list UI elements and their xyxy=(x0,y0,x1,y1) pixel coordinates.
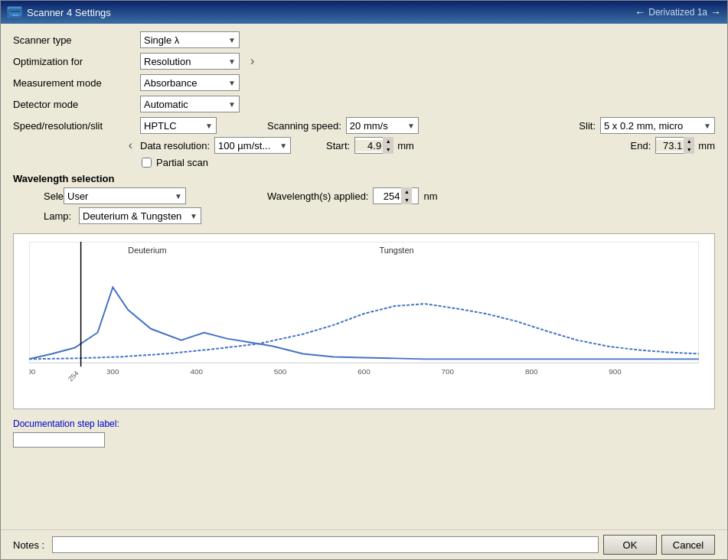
detector-select[interactable]: Automatic ▼ xyxy=(140,96,240,112)
main-content: Scanner type Single λ ▼ › Optimization f… xyxy=(1,24,727,529)
lamp-select[interactable]: Deuterium & Tungsten ▼ xyxy=(79,207,201,224)
scanner-type-select[interactable]: Single λ ▼ xyxy=(140,31,240,48)
wavelength-marker-label: 254 xyxy=(67,370,80,383)
scanner-type-dropdown[interactable]: Single λ xyxy=(141,34,195,46)
documentation-section: Documentation step label: xyxy=(13,418,715,448)
wavelength-input[interactable] xyxy=(374,190,401,202)
nav-forward-arrow[interactable]: → xyxy=(710,6,721,18)
end-up[interactable]: ▲ xyxy=(684,137,694,145)
svg-text:400: 400 xyxy=(190,367,203,376)
lamp-dropdown[interactable]: Deuterium & Tungsten xyxy=(80,210,198,222)
optimization-dropdown[interactable]: Resolution xyxy=(141,56,207,67)
start-label: Start: xyxy=(326,140,350,151)
speed-dropdown[interactable]: HPTLC xyxy=(141,120,192,132)
slit-select[interactable]: 5 x 0.2 mm, micro ▼ xyxy=(600,117,715,134)
end-arrows: ▲ ▼ xyxy=(684,137,694,154)
wavelength-chart: Deuterium Tungsten 200 300 400 500 600 7… xyxy=(13,233,715,409)
slit-dropdown[interactable]: 5 x 0.2 mm, micro xyxy=(601,120,699,132)
back-chevron[interactable]: ‹ xyxy=(13,137,135,154)
detector-label: Detector mode xyxy=(13,99,135,110)
detector-arrow: ▼ xyxy=(228,100,236,109)
measurement-row: Measurement mode Absorbance ▼ xyxy=(13,74,715,91)
start-unit: mm xyxy=(397,140,414,151)
tungsten-chart-label: Tungsten xyxy=(379,246,413,255)
selection-arrow: ▼ xyxy=(175,192,182,200)
detector-row: Detector mode Automatic ▼ xyxy=(13,96,715,112)
measurement-label: Measurement mode xyxy=(13,77,135,89)
wavelength-up[interactable]: ▲ xyxy=(401,187,412,196)
selection-dropdown[interactable]: User xyxy=(64,190,104,202)
selection-select[interactable]: User ▼ xyxy=(64,187,186,204)
svg-rect-1 xyxy=(10,11,21,12)
data-resolution-dropdown[interactable]: 100 µm/st... xyxy=(215,140,286,151)
nav-back-arrow[interactable]: ← xyxy=(635,6,645,18)
end-spinbox[interactable]: ▲ ▼ xyxy=(655,137,694,154)
scanner-icon xyxy=(7,6,22,18)
title-bar-right: ← Derivatized 1a → xyxy=(635,6,721,18)
end-input[interactable] xyxy=(656,140,684,151)
nav-label: Derivatized 1a xyxy=(648,7,707,18)
scanning-speed-label: Scanning speed: xyxy=(267,120,341,132)
measurement-dropdown[interactable]: Absorbance xyxy=(141,77,213,89)
end-down[interactable]: ▼ xyxy=(684,145,694,154)
lamp-label: Lamp: xyxy=(13,210,74,222)
cancel-button[interactable]: Cancel xyxy=(661,535,715,555)
ok-button[interactable]: OK xyxy=(603,535,657,555)
wavelength-section: Wavelength selection xyxy=(13,173,715,184)
scanning-speed-dropdown[interactable]: 20 mm/s xyxy=(347,120,403,132)
end-label: End: xyxy=(631,140,651,151)
expand-chevron[interactable]: › xyxy=(247,53,257,70)
partial-scan-row: Partial scan xyxy=(142,157,715,168)
wavelength-arrows: ▲ ▼ xyxy=(401,187,412,204)
speed-select[interactable]: HPTLC ▼ xyxy=(140,117,217,134)
speed-row: Speed/resolution/slit HPTLC ▼ Scanning s… xyxy=(13,117,715,134)
measurement-arrow: ▼ xyxy=(228,79,236,87)
title-bar-left: Scanner 4 Settings xyxy=(7,6,111,18)
wavelength-down[interactable]: ▼ xyxy=(401,196,412,204)
wavelength-unit: nm xyxy=(423,190,437,202)
partial-scan-checkbox[interactable] xyxy=(142,158,152,168)
bottom-bar: Notes : OK Cancel xyxy=(1,529,727,559)
wavelength-spinbox[interactable]: ▲ ▼ xyxy=(373,187,419,204)
lamp-row: Lamp: Deuterium & Tungsten ▼ xyxy=(13,207,715,224)
speed-arrow: ▼ xyxy=(205,122,213,130)
speed-label: Speed/resolution/slit xyxy=(13,120,135,132)
deuterium-curve xyxy=(29,287,699,359)
svg-text:700: 700 xyxy=(442,367,455,376)
svg-text:300: 300 xyxy=(106,367,119,376)
notes-label: Notes : xyxy=(13,539,44,551)
doc-label: Documentation step label: xyxy=(13,418,715,429)
start-spinbox[interactable]: ▲ ▼ xyxy=(354,137,393,154)
start-arrows: ▲ ▼ xyxy=(383,137,393,154)
data-resolution-row: ‹ Data resolution: 100 µm/st... ▼ Start:… xyxy=(13,137,715,154)
svg-text:800: 800 xyxy=(525,367,538,376)
scanner-type-row: Scanner type Single λ ▼ › xyxy=(13,31,715,48)
optimization-select[interactable]: Resolution ▼ xyxy=(140,53,240,70)
scanning-speed-arrow: ▼ xyxy=(407,122,415,130)
svg-rect-2 xyxy=(12,15,18,16)
optimization-row: Optimization for Resolution ▼ › xyxy=(13,53,715,70)
scanning-speed-select[interactable]: 20 mm/s ▼ xyxy=(346,117,419,134)
detector-dropdown[interactable]: Automatic xyxy=(141,99,204,110)
scanner-type-arrow: ▼ xyxy=(228,36,236,44)
wavelength-applied-label: Wavelength(s) applied: xyxy=(267,190,368,202)
optimization-arrow: ▼ xyxy=(228,57,236,66)
start-down[interactable]: ▼ xyxy=(383,145,393,154)
wavelength-selection-row: Selection: User ▼ Wavelength(s) applied:… xyxy=(13,187,715,204)
measurement-select[interactable]: Absorbance ▼ xyxy=(140,74,240,91)
end-unit: mm xyxy=(698,140,715,151)
notes-input[interactable] xyxy=(52,536,599,553)
start-input[interactable] xyxy=(355,140,383,151)
data-resolution-select[interactable]: 100 µm/st... ▼ xyxy=(214,137,291,154)
main-window: Scanner 4 Settings ← Derivatized 1a → Sc… xyxy=(0,0,728,560)
partial-scan-label: Partial scan xyxy=(156,157,208,168)
doc-input[interactable] xyxy=(13,432,105,448)
chart-svg: Deuterium Tungsten 200 300 400 500 600 7… xyxy=(29,242,699,386)
slit-arrow: ▼ xyxy=(704,122,711,130)
svg-text:500: 500 xyxy=(274,367,287,376)
svg-text:900: 900 xyxy=(609,367,622,376)
scanner-type-label: Scanner type xyxy=(13,34,135,46)
wavelength-title: Wavelength selection xyxy=(13,173,114,184)
start-up[interactable]: ▲ xyxy=(383,137,393,145)
svg-text:200: 200 xyxy=(29,367,36,376)
